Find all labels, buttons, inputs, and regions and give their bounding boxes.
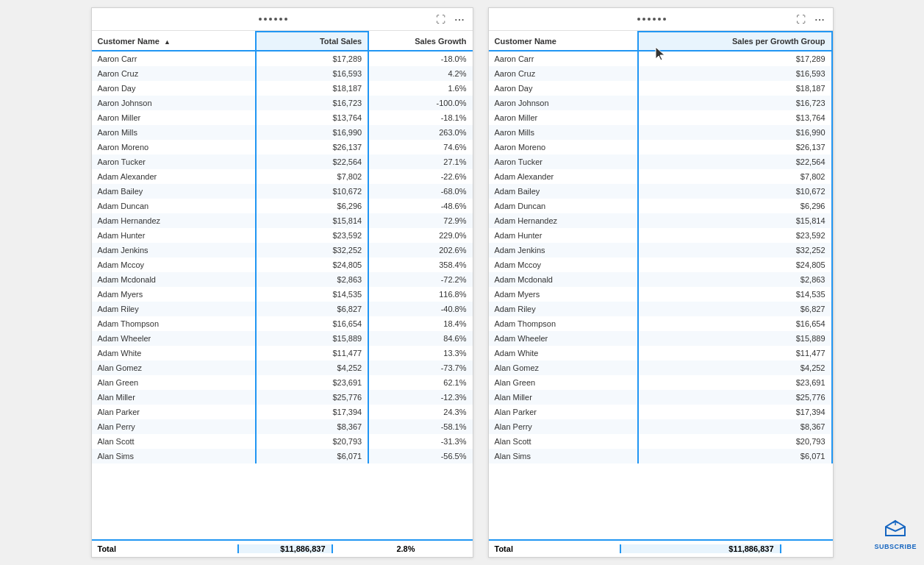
cell-sales: $20,793	[256, 434, 368, 449]
cell-name: Alan Miller	[489, 390, 639, 405]
cell-name: Adam Hunter	[489, 228, 639, 243]
cell-sales: $20,793	[638, 434, 831, 449]
col-header-name-1[interactable]: Customer Name ▲	[92, 32, 257, 51]
cell-sales: $6,071	[256, 449, 368, 463]
cell-sales: $13,764	[256, 110, 368, 125]
cell-growth: 4.2%	[368, 66, 472, 81]
col-header-sales-2[interactable]: Sales per Growth Group	[638, 32, 831, 51]
subscribe-badge[interactable]: SUBSCRIBE	[874, 519, 917, 550]
table-row: Aaron Cruz $16,593 4.2%	[92, 66, 473, 81]
footer-sales-2: $11,886,837	[620, 544, 781, 553]
cell-name: Aaron Johnson	[92, 96, 257, 110]
cell-name: Aaron Moreno	[489, 140, 639, 154]
cell-name: Adam Thompson	[92, 316, 257, 331]
table-row: Alan Green $23,691 62.1%	[92, 375, 473, 390]
cell-name: Aaron Day	[489, 81, 639, 96]
cell-sales: $32,252	[638, 243, 831, 257]
cell-name: Aaron Carr	[489, 51, 639, 66]
table-row: Adam Jenkins $32,252	[489, 243, 832, 257]
footer-sales-1: $11,886,837	[237, 544, 333, 553]
cell-sales: $16,990	[638, 125, 831, 140]
table-row: Alan Miller $25,776	[489, 390, 832, 405]
cell-growth: -40.8%	[368, 302, 472, 316]
table-row: Adam Hernandez $15,814 72.9%	[92, 213, 473, 228]
table-row: Alan Perry $8,367 -58.1%	[92, 419, 473, 434]
table-row: Adam Bailey $10,672 -68.0%	[92, 184, 473, 199]
cell-name: Adam Duncan	[489, 199, 639, 213]
cell-growth: 358.4%	[368, 257, 472, 272]
cell-growth: 13.3%	[368, 346, 472, 360]
cell-growth: -58.1%	[368, 419, 472, 434]
table-row: Aaron Moreno $26,137 74.6%	[92, 140, 473, 154]
cell-sales: $10,672	[256, 184, 368, 199]
cell-sales: $16,723	[638, 96, 831, 110]
table-row: Alan Sims $6,071 -56.5%	[92, 449, 473, 463]
expand-icon-1[interactable]: ⛶	[434, 13, 448, 26]
cell-sales: $26,137	[638, 140, 831, 154]
cell-name: Adam Mcdonald	[489, 272, 639, 287]
cell-name: Alan Green	[489, 375, 639, 390]
cell-name: Adam Hernandez	[489, 213, 639, 228]
table-row: Adam Mccoy $24,805 358.4%	[92, 257, 473, 272]
cell-name: Alan Sims	[92, 449, 257, 463]
cell-sales: $15,889	[256, 331, 368, 346]
cell-name: Alan Gomez	[92, 360, 257, 375]
col-header-growth-1[interactable]: Sales Growth	[368, 32, 472, 51]
toolbar-1: ⛶ ···	[92, 8, 473, 31]
table-footer-1: Total $11,886,837 2.8%	[92, 539, 473, 557]
table-row: Adam Jenkins $32,252 202.6%	[92, 243, 473, 257]
drag-handle-2[interactable]	[637, 18, 666, 21]
table-row: Adam White $11,477 13.3%	[92, 346, 473, 360]
table-container-2: Customer Name Sales per Growth Group Aar…	[489, 31, 833, 557]
cell-name: Adam Riley	[92, 302, 257, 316]
col-header-sales-1[interactable]: Total Sales	[256, 32, 368, 51]
data-rows-table-1: Aaron Carr $17,289 -18.0% Aaron Cruz $16…	[92, 51, 473, 463]
table-row: Adam White $11,477	[489, 346, 832, 360]
cell-sales: $14,535	[256, 287, 368, 302]
cell-sales: $15,814	[638, 213, 831, 228]
table-row: Adam Riley $6,827 -40.8%	[92, 302, 473, 316]
cell-sales: $8,367	[638, 419, 831, 434]
table-row: Alan Perry $8,367	[489, 419, 832, 434]
drag-handle-1[interactable]	[259, 18, 287, 21]
cell-name: Adam Myers	[489, 287, 639, 302]
data-table-1: Customer Name ▲ Total Sales Sales Growth	[92, 31, 473, 51]
cell-name: Aaron Miller	[489, 110, 639, 125]
table-scroll-2[interactable]: Aaron Carr $17,289 Aaron Cruz $16,593 Aa…	[489, 51, 833, 539]
cell-growth: -72.2%	[368, 272, 472, 287]
cell-growth: 62.1%	[368, 375, 472, 390]
table-row: Adam Myers $14,535	[489, 287, 832, 302]
table-row: Aaron Mills $16,990	[489, 125, 832, 140]
cell-name: Adam Bailey	[489, 184, 639, 199]
table-row: Alan Gomez $4,252 -73.7%	[92, 360, 473, 375]
cell-sales: $26,137	[256, 140, 368, 154]
cell-sales: $2,863	[638, 272, 831, 287]
cell-sales: $6,296	[256, 199, 368, 213]
cell-name: Adam Alexander	[489, 169, 639, 184]
more-icon-2[interactable]: ···	[814, 13, 827, 26]
cell-name: Aaron Mills	[92, 125, 257, 140]
cell-growth: -18.1%	[368, 110, 472, 125]
col-header-name-2[interactable]: Customer Name	[489, 32, 639, 51]
table-scroll-1[interactable]: Aaron Carr $17,289 -18.0% Aaron Cruz $16…	[92, 51, 473, 539]
table-row: Aaron Mills $16,990 263.0%	[92, 125, 473, 140]
cell-growth: 116.8%	[368, 287, 472, 302]
table-row: Aaron Miller $13,764 -18.1%	[92, 110, 473, 125]
cell-growth: 229.0%	[368, 228, 472, 243]
cell-name: Alan Perry	[92, 419, 257, 434]
data-rows-table-2: Aaron Carr $17,289 Aaron Cruz $16,593 Aa…	[489, 51, 833, 463]
table-row: Aaron Carr $17,289	[489, 51, 832, 66]
table-row: Aaron Tucker $22,564	[489, 154, 832, 169]
table-row: Adam Myers $14,535 116.8%	[92, 287, 473, 302]
cell-name: Aaron Tucker	[92, 154, 257, 169]
cell-name: Adam Hernandez	[92, 213, 257, 228]
cell-name: Aaron Miller	[92, 110, 257, 125]
cell-name: Aaron Moreno	[92, 140, 257, 154]
table-row: Adam Riley $6,827	[489, 302, 832, 316]
expand-icon-2[interactable]: ⛶	[795, 13, 808, 26]
table-container-1: Customer Name ▲ Total Sales Sales Growth…	[92, 31, 473, 557]
cell-growth: -68.0%	[368, 184, 472, 199]
cell-name: Adam Bailey	[92, 184, 257, 199]
more-icon-1[interactable]: ···	[454, 13, 467, 26]
cell-growth: 24.3%	[368, 405, 472, 419]
